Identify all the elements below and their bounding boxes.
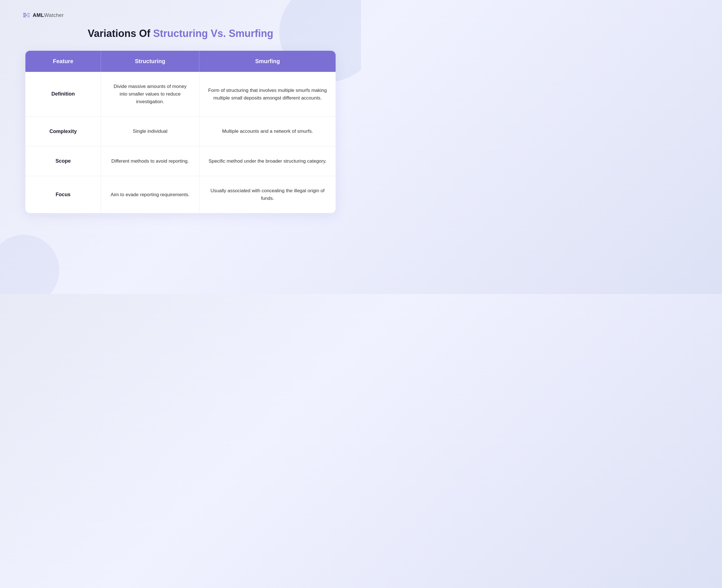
table-header: Feature Structuring Smurfing [25,51,336,72]
feature-focus: Focus [25,176,101,213]
header-feature: Feature [25,51,101,72]
svg-rect-3 [27,13,30,14]
smurfing-definition: Form of structuring that involves multip… [200,72,336,117]
svg-rect-2 [23,16,26,17]
header-structuring: Structuring [101,51,200,72]
table-row: Complexity Single individual Multiple ac… [25,117,336,147]
structuring-complexity: Single individual [101,117,200,146]
page-title: Variations Of Structuring Vs. Smurfing [88,28,273,40]
table-row: Definition Divide massive amounts of mon… [25,72,336,117]
smurfing-complexity: Multiple accounts and a network of smurf… [200,117,336,146]
feature-complexity: Complexity [25,117,101,146]
feature-scope: Scope [25,146,101,176]
table-row: Scope Different methods to avoid reporti… [25,146,336,176]
svg-rect-4 [28,15,30,16]
smurfing-scope: Specific method under the broader struct… [200,146,336,176]
logo-text: AMLWatcher [33,13,64,18]
logo-icon [23,11,30,19]
svg-rect-1 [23,15,28,16]
feature-definition: Definition [25,72,101,117]
logo: AMLWatcher [23,11,64,19]
comparison-table: Feature Structuring Smurfing Definition … [25,51,336,213]
svg-rect-0 [23,13,26,14]
table-row: Focus Aim to evade reporting requirement… [25,176,336,213]
svg-rect-5 [27,16,30,17]
structuring-focus: Aim to evade reporting requirements. [101,176,200,213]
structuring-definition: Divide massive amounts of money into sma… [101,72,200,117]
header-smurfing: Smurfing [200,51,336,72]
smurfing-focus: Usually associated with concealing the i… [200,176,336,213]
structuring-scope: Different methods to avoid reporting. [101,146,200,176]
